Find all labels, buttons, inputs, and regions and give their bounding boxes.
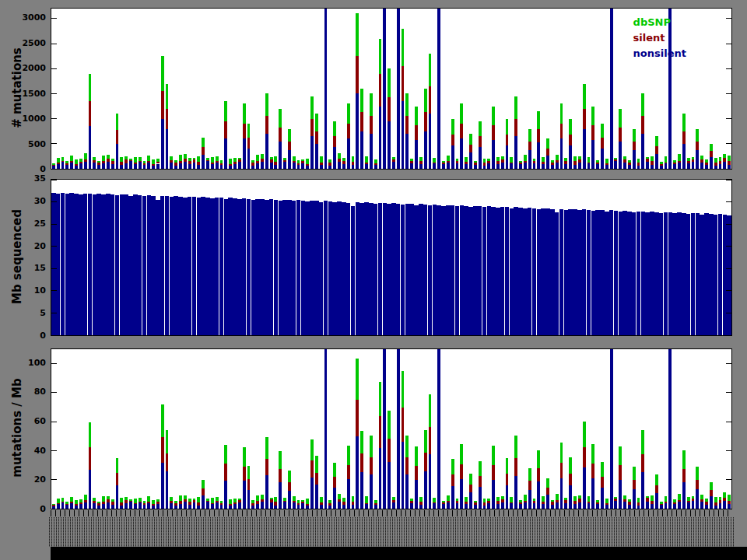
y-ticks-panel-mb: 05101520253035	[20, 179, 48, 336]
y-tick-label: 2500	[22, 38, 46, 48]
y-tick-label: 40	[34, 446, 46, 456]
y-tick-label: 35	[34, 173, 46, 184]
y-tick-label: 0	[40, 504, 46, 514]
y-tick-label: 0	[40, 331, 46, 341]
y-tick-label: 100	[28, 358, 46, 368]
y-tick-label: 20	[34, 474, 46, 485]
bottom-black-strip	[51, 547, 747, 560]
y-tick-label: 25	[34, 219, 46, 229]
y-tick-label: 1500	[22, 89, 46, 99]
y-tick-label: 15	[34, 263, 46, 273]
panel-mutations-per-mb	[51, 348, 732, 509]
y-tick-label: 500	[28, 139, 46, 149]
legend-item-nonsilent: nonsilent	[633, 46, 686, 61]
y-ticks-panel-rate: 020406080100	[20, 348, 48, 509]
mutations-per-mb-bar-chart	[51, 349, 731, 509]
y-ticks-panel-mutations: 050010001500200025003000	[20, 8, 48, 170]
legend-item-dbsnp: dbSNP	[633, 15, 686, 30]
y-tick-label: 30	[34, 196, 46, 206]
panel-num-mutations: dbSNP silent nonsilent	[51, 8, 732, 170]
y-tick-label: 2000	[22, 63, 46, 73]
y-tick-label: 60	[34, 416, 46, 426]
panel-mb-sequenced	[51, 179, 732, 336]
y-tick-label: 5	[40, 308, 46, 318]
x-axis-tick-comb	[51, 510, 732, 516]
y-tick-label: 3000	[22, 12, 46, 23]
x-axis-sample-labels	[49, 517, 734, 547]
y-tick-label: 10	[34, 285, 46, 296]
mutations-bar-chart	[51, 9, 731, 169]
figure: # mutations Mb sequenced mutations / Mb …	[0, 0, 747, 560]
y-tick-label: 80	[34, 387, 46, 397]
y-tick-label: 20	[34, 241, 46, 251]
legend: dbSNP silent nonsilent	[633, 15, 686, 61]
legend-item-silent: silent	[633, 30, 686, 46]
y-tick-label: 1000	[22, 114, 46, 124]
mb-sequenced-bar-chart	[51, 180, 731, 335]
